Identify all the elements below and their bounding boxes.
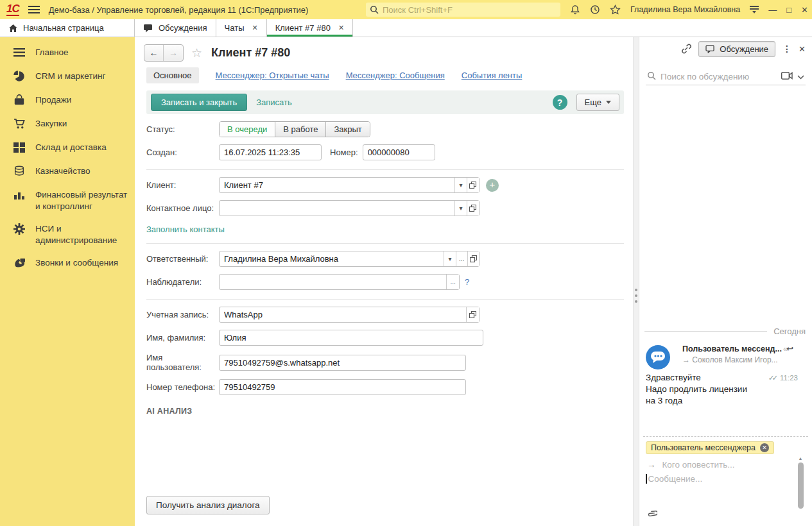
username-input[interactable] bbox=[220, 355, 465, 370]
discussion-panel-header: Обсуждение ⋮ ✕ bbox=[639, 37, 812, 60]
status-label: Статус: bbox=[146, 124, 219, 134]
responsible-dropdown-icon[interactable]: ▾ bbox=[444, 251, 455, 266]
sidebar-item-label: Продажи bbox=[35, 94, 71, 106]
scrollbar-thumb[interactable] bbox=[798, 462, 804, 509]
discussion-search-input[interactable] bbox=[661, 72, 777, 81]
sidebar-item-finance[interactable]: Финансовый результат и контроллинг bbox=[0, 183, 135, 217]
responsible-input[interactable] bbox=[220, 251, 444, 266]
message-recipient: → Соколов Максим Игор... bbox=[682, 355, 807, 364]
client-open-icon[interactable] bbox=[467, 178, 479, 192]
created-input[interactable] bbox=[220, 145, 321, 160]
contact-open-icon[interactable] bbox=[467, 201, 479, 216]
client-label: Клиент: bbox=[146, 180, 219, 190]
gear-icon bbox=[13, 223, 26, 235]
phone-input[interactable] bbox=[220, 380, 465, 394]
video-call-icon[interactable] bbox=[781, 72, 793, 81]
window-close-button[interactable]: ✕ bbox=[801, 5, 808, 15]
tab-client-close-icon[interactable]: ✕ bbox=[338, 24, 344, 32]
message-text-line: на 3 года bbox=[646, 395, 807, 407]
message-input[interactable]: Сообщение... bbox=[646, 474, 806, 484]
current-user-name[interactable]: Гладилина Вера Михайловна bbox=[630, 5, 740, 14]
phone-message-icon bbox=[13, 257, 26, 269]
remove-recipient-icon[interactable]: ✕ bbox=[760, 443, 769, 452]
favorites-star-icon[interactable] bbox=[610, 4, 621, 15]
account-open-icon[interactable] bbox=[466, 307, 479, 322]
sidebar-item-treasury[interactable]: Казначейство bbox=[0, 160, 135, 183]
history-icon[interactable] bbox=[590, 4, 600, 15]
tab-messages[interactable]: Мессенджер: Сообщения bbox=[346, 71, 445, 80]
tab-feed-events[interactable]: События ленты bbox=[462, 71, 523, 80]
global-search-input[interactable] bbox=[383, 5, 557, 15]
sidebar-item-purchases[interactable]: Закупки bbox=[0, 112, 135, 136]
sidebar-item-admin[interactable]: НСИ и администрирование bbox=[0, 217, 135, 251]
attach-paperclip-icon[interactable] bbox=[647, 509, 657, 522]
notifications-bell-icon[interactable] bbox=[570, 4, 580, 15]
contact-input[interactable] bbox=[220, 201, 454, 216]
history-nav-group: ← → bbox=[144, 44, 184, 62]
tab-home[interactable]: Начальная страница bbox=[0, 19, 135, 37]
message-placeholder: Сообщение... bbox=[648, 474, 703, 484]
tab-chats[interactable]: Чаты ✕ bbox=[216, 19, 267, 37]
window-maximize-button[interactable]: □ bbox=[786, 5, 791, 15]
window-minimize-button[interactable]: — bbox=[768, 5, 777, 15]
person-name-input[interactable] bbox=[220, 330, 483, 345]
get-dialog-analysis-button[interactable]: Получить анализ диалога bbox=[146, 496, 270, 514]
number-input[interactable] bbox=[363, 145, 435, 160]
sidebar-item-label: CRM и маркетинг bbox=[35, 71, 105, 82]
number-field bbox=[363, 144, 435, 160]
add-client-button[interactable]: + bbox=[486, 179, 499, 192]
sidebar-item-crm[interactable]: CRM и маркетинг bbox=[0, 65, 135, 89]
scroll-up-icon[interactable]: ▲ bbox=[799, 456, 803, 461]
panel-splitter[interactable] bbox=[633, 37, 639, 526]
fill-contacts-link[interactable]: Заполнить контакты bbox=[146, 225, 225, 234]
observers-help-link[interactable]: ? bbox=[465, 277, 469, 287]
account-input[interactable] bbox=[220, 307, 466, 322]
more-button[interactable]: Еще bbox=[576, 94, 619, 111]
sidebar-item-main[interactable]: Главное bbox=[0, 41, 135, 65]
help-button[interactable]: ? bbox=[553, 95, 567, 110]
client-input[interactable] bbox=[220, 178, 454, 192]
window-tab-bar: Начальная страница Обсуждения Чаты ✕ Кли… bbox=[0, 19, 812, 37]
tab-chats-close-icon[interactable]: ✕ bbox=[252, 24, 257, 32]
composer-scrollbar[interactable]: ▲ ▼ bbox=[797, 456, 804, 509]
tab-client[interactable]: Клиент #7 #80 ✕ bbox=[267, 19, 353, 37]
status-inwork-button[interactable]: В работе bbox=[275, 122, 326, 137]
notify-field[interactable]: → Кого оповестить... bbox=[647, 460, 806, 470]
sidebar-item-calls[interactable]: Звонки и сообщения bbox=[0, 251, 135, 275]
recipient-tag-label: Пользователь мессенджера bbox=[651, 443, 756, 452]
tab-main[interactable]: Основное bbox=[146, 67, 199, 83]
global-search[interactable] bbox=[366, 3, 560, 17]
sidebar-item-warehouse[interactable]: Склад и доставка bbox=[0, 136, 135, 160]
reply-icon[interactable]: «↩ bbox=[783, 344, 793, 353]
panel-menu-icon[interactable]: ⋮ bbox=[782, 44, 791, 54]
save-close-button[interactable]: Записать и закрыть bbox=[151, 94, 247, 111]
service-menu-icon[interactable] bbox=[750, 6, 759, 13]
main-menu-icon[interactable] bbox=[28, 6, 40, 13]
back-arrow-button[interactable]: ← bbox=[144, 45, 164, 61]
forward-arrow-button[interactable]: → bbox=[164, 45, 183, 61]
discussion-toggle-button[interactable]: Обсуждение bbox=[698, 41, 775, 57]
favorite-star-icon[interactable]: ☆ bbox=[191, 46, 202, 60]
responsible-label: Ответственный: bbox=[146, 254, 219, 264]
chevron-down-icon[interactable] bbox=[797, 72, 804, 81]
recipient-tag[interactable]: Пользователь мессенджера ✕ bbox=[646, 441, 774, 454]
person-name-field bbox=[219, 330, 483, 346]
status-queued-button[interactable]: В очереди bbox=[220, 122, 275, 137]
sections-sidebar: Главное CRM и маркетинг Продажи Закупки … bbox=[0, 37, 135, 526]
save-button[interactable]: Записать bbox=[256, 98, 292, 107]
tab-open-chats[interactable]: Мессенджер: Открытые чаты bbox=[216, 71, 329, 80]
tab-discussions[interactable]: Обсуждения bbox=[135, 19, 216, 37]
responsible-open-icon[interactable] bbox=[467, 251, 479, 266]
responsible-list-icon[interactable]: ... bbox=[456, 251, 467, 266]
chat-message[interactable]: Пользователь мессенд... «↩ → Соколов Мак… bbox=[646, 344, 807, 407]
observers-input[interactable] bbox=[220, 275, 446, 289]
contact-dropdown-icon[interactable]: ▾ bbox=[454, 201, 467, 216]
message-author: Пользователь мессенд... bbox=[682, 344, 782, 353]
link-icon[interactable] bbox=[680, 44, 691, 55]
sidebar-item-sales[interactable]: Продажи bbox=[0, 89, 135, 112]
panel-close-icon[interactable]: ✕ bbox=[799, 44, 806, 54]
account-field bbox=[219, 307, 479, 323]
observers-list-icon[interactable]: ... bbox=[446, 275, 459, 289]
status-closed-button[interactable]: Закрыт bbox=[326, 122, 369, 137]
client-dropdown-icon[interactable]: ▾ bbox=[454, 178, 467, 192]
